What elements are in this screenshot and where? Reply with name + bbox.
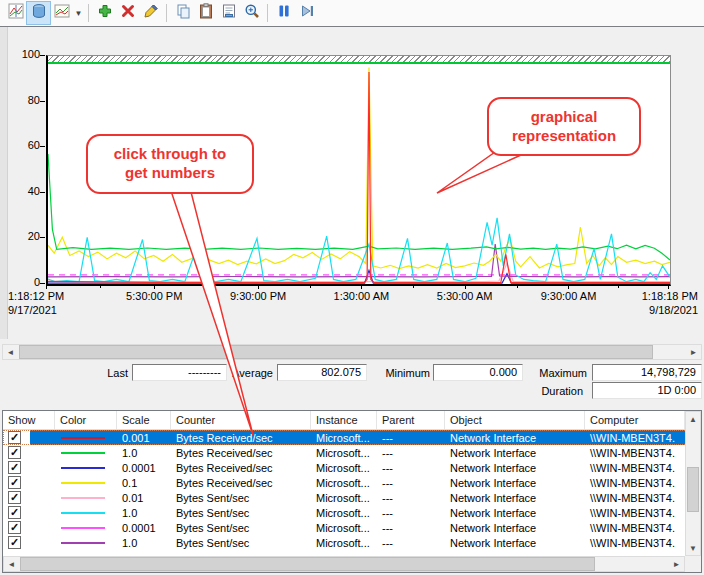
cell-object: Network Interface — [445, 447, 585, 459]
cell-color — [55, 452, 117, 454]
show-checkbox[interactable]: ✓ — [8, 506, 21, 519]
view-current-activity-button[interactable] — [4, 2, 27, 24]
column-header-instance[interactable]: Instance — [311, 411, 377, 429]
highlight-button[interactable] — [139, 2, 162, 24]
table-row[interactable]: ✓1.0Bytes Received/secMicrosoft...---Net… — [3, 445, 701, 460]
cell-scale: 0.0001 — [117, 522, 171, 534]
y-axis-tick-label: 60 — [0, 139, 40, 151]
copy-properties-button[interactable] — [171, 2, 194, 24]
table-row[interactable]: ✓0.1Bytes Received/secMicrosoft...---Net… — [3, 475, 701, 490]
table-row[interactable]: ✓1.0Bytes Sent/secMicrosoft...---Network… — [3, 535, 701, 550]
scrollbar-corner — [685, 556, 701, 572]
graph-hscrollbar[interactable]: ◄ ► — [2, 344, 702, 360]
maximum-value: 14,798,729 — [592, 364, 702, 381]
add-counter-button[interactable] — [93, 2, 116, 24]
cell-parent: --- — [377, 522, 445, 534]
cell-scale: 0.0001 — [117, 462, 171, 474]
table-row[interactable]: ✓1.0Bytes Sent/secMicrosoft...---Network… — [3, 505, 701, 520]
pause-icon — [276, 3, 292, 23]
scroll-left-arrow[interactable]: ◄ — [3, 345, 18, 359]
color-swatch — [61, 512, 105, 514]
cell-parent: --- — [377, 477, 445, 489]
zoom-button[interactable] — [240, 2, 263, 24]
cell-color — [55, 467, 117, 469]
cell-counter: Bytes Received/sec — [171, 432, 311, 444]
x-axis-minor-tick — [618, 285, 619, 288]
maximum-label: Maximum — [527, 367, 587, 379]
cell-scale: 0.001 — [117, 432, 171, 444]
table-vscrollbar[interactable]: ▲ ▼ — [685, 411, 701, 556]
cell-object: Network Interface — [445, 537, 585, 549]
cell-scale: 1.0 — [117, 537, 171, 549]
cell-instance: Microsoft... — [311, 477, 377, 489]
color-swatch — [61, 482, 105, 484]
cell-show: ✓ — [3, 506, 55, 519]
minimum-value: 0.000 — [433, 364, 523, 381]
scroll-down-arrow[interactable]: ▼ — [686, 541, 700, 555]
scroll-thumb[interactable] — [20, 557, 595, 571]
cell-instance: Microsoft... — [311, 492, 377, 504]
show-checkbox[interactable]: ✓ — [8, 446, 21, 459]
column-header-computer[interactable]: Computer — [585, 411, 685, 429]
log-database-icon — [31, 3, 47, 23]
scroll-left-arrow[interactable]: ◄ — [4, 557, 19, 571]
color-swatch — [61, 467, 105, 469]
cell-computer: \\WIN-MBEN3T4. — [585, 432, 685, 444]
copy-icon — [175, 3, 191, 23]
table-row[interactable]: ✓0.0001Bytes Sent/secMicrosoft...---Netw… — [3, 520, 701, 535]
view-log-data-button[interactable] — [27, 2, 50, 24]
column-header-show[interactable]: Show — [3, 411, 55, 429]
scroll-thumb[interactable] — [687, 467, 699, 512]
show-checkbox[interactable]: ✓ — [8, 521, 21, 534]
delete-counter-button[interactable] — [116, 2, 139, 24]
graphical-representation-callout: graphical representation — [487, 97, 641, 156]
change-graph-type-button[interactable] — [50, 2, 73, 24]
show-checkbox[interactable]: ✓ — [8, 476, 21, 489]
paste-counter-list-button[interactable] — [194, 2, 217, 24]
column-header-scale[interactable]: Scale — [117, 411, 171, 429]
y-axis-tick — [40, 55, 45, 56]
x-axis-tick-label: 1:18:18 PM 9/18/2021 — [642, 289, 698, 318]
top-hatch-band — [48, 56, 670, 64]
show-checkbox[interactable]: ✓ — [8, 491, 21, 504]
cell-parent: --- — [377, 447, 445, 459]
cell-color — [55, 512, 117, 514]
cell-instance: Microsoft... — [311, 462, 377, 474]
column-header-color[interactable]: Color — [55, 411, 117, 429]
scroll-right-arrow[interactable]: ► — [686, 345, 701, 359]
freeze-display-button[interactable] — [272, 2, 295, 24]
scroll-up-arrow[interactable]: ▲ — [686, 412, 700, 426]
update-data-button[interactable] — [295, 2, 318, 24]
cell-show: ✓ — [3, 431, 55, 444]
y-axis-tick-label: 100 — [0, 48, 40, 60]
column-header-object[interactable]: Object — [445, 411, 585, 429]
paste-clipboard-icon — [198, 3, 214, 23]
x-axis-tick — [258, 285, 259, 289]
x-axis-tick — [361, 285, 362, 289]
cell-instance: Microsoft... — [311, 447, 377, 459]
show-checkbox[interactable]: ✓ — [8, 536, 21, 549]
properties-icon — [221, 3, 237, 23]
show-checkbox[interactable]: ✓ — [8, 431, 21, 444]
table-row[interactable]: ✓0.0001Bytes Received/secMicrosoft...---… — [3, 460, 701, 475]
cell-parent: --- — [377, 507, 445, 519]
table-row[interactable]: ✓0.01Bytes Sent/secMicrosoft...---Networ… — [3, 490, 701, 505]
click-through-callout: click through to get numbers — [86, 134, 254, 194]
table-hscrollbar[interactable]: ◄ ► — [3, 556, 685, 572]
color-swatch — [61, 527, 105, 529]
x-axis-tick — [568, 285, 569, 289]
cell-computer: \\WIN-MBEN3T4. — [585, 447, 685, 459]
cell-scale: 1.0 — [117, 447, 171, 459]
toolbar-separator — [166, 4, 167, 22]
show-checkbox[interactable]: ✓ — [8, 461, 21, 474]
table-row[interactable]: ✓0.001Bytes Received/secMicrosoft...---N… — [3, 430, 701, 445]
properties-button[interactable] — [217, 2, 240, 24]
scroll-thumb[interactable] — [19, 345, 653, 359]
cell-counter: Bytes Received/sec — [171, 462, 311, 474]
cell-instance: Microsoft... — [311, 522, 377, 534]
scroll-right-arrow[interactable]: ► — [669, 557, 684, 571]
column-header-parent[interactable]: Parent — [377, 411, 445, 429]
graph-type-dropdown-arrow[interactable]: ▼ — [73, 2, 84, 24]
cell-show: ✓ — [3, 521, 55, 534]
column-header-counter[interactable]: Counter — [171, 411, 311, 429]
